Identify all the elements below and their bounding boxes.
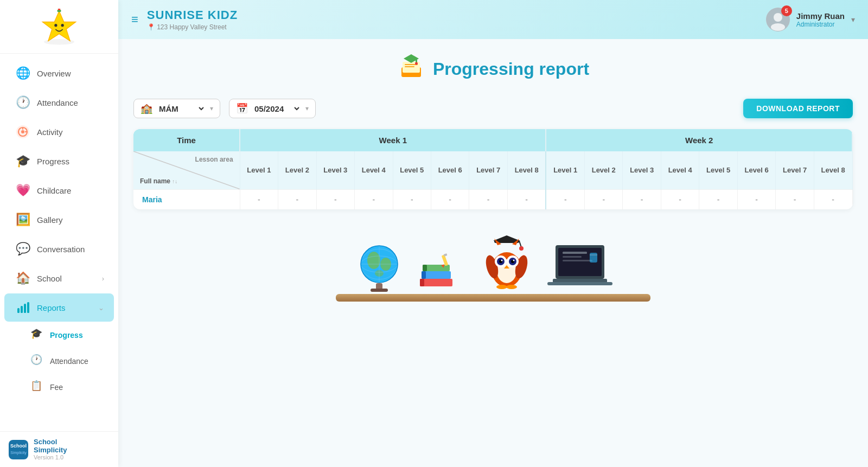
svg-rect-75 xyxy=(590,253,597,263)
sidebar-item-gallery[interactable]: 🖼️ Gallery xyxy=(4,206,114,234)
brand-name: SUNRISE KIDZ xyxy=(147,8,238,22)
sidebar-item-school[interactable]: 🏠 School › xyxy=(4,264,114,292)
svg-text:Simplicity: Simplicity xyxy=(10,451,27,455)
svg-point-52 xyxy=(519,246,524,251)
svg-point-27 xyxy=(415,62,418,65)
sidebar-item-label: School xyxy=(37,274,62,283)
sort-icon: ↑↓ xyxy=(172,178,177,184)
cell-w1-l2: - xyxy=(278,189,316,209)
sub-attendance-icon: 🕐 xyxy=(30,354,46,369)
notification-count: 5 xyxy=(781,5,792,16)
svg-point-63 xyxy=(501,259,503,261)
logo-star-icon xyxy=(40,9,78,47)
sidebar-footer: School Simplicity SchoolSimplicity Versi… xyxy=(0,431,118,467)
w1-level2: Level 2 xyxy=(278,151,316,189)
sidebar-item-label: Conversation xyxy=(37,245,85,254)
notification-badge[interactable]: 5 xyxy=(766,8,790,31)
svg-rect-11 xyxy=(17,308,20,313)
svg-text:School: School xyxy=(10,443,27,449)
w2-level5: Level 5 xyxy=(699,151,737,189)
brand-info: SUNRISE KIDZ 📍 123 Happy Valley Street xyxy=(147,8,238,31)
svg-rect-41 xyxy=(420,279,424,286)
menu-icon[interactable]: ≡ xyxy=(131,12,138,27)
sidebar-sub-label: Progress xyxy=(50,331,83,340)
cell-w1-l5: - xyxy=(393,189,431,209)
table-row: Maria - - - - - - - - - - - - - xyxy=(133,189,852,209)
sidebar-item-reports-fee[interactable]: 📋 Fee xyxy=(21,375,114,400)
cell-w2-l6: - xyxy=(737,189,775,209)
time-column-header: Time xyxy=(133,129,240,151)
svg-rect-78 xyxy=(547,282,612,285)
svg-rect-42 xyxy=(422,271,451,279)
class-dropdown-icon: ▾ xyxy=(210,105,213,112)
cell-w2-l8: - xyxy=(814,189,852,209)
sidebar-item-label: Activity xyxy=(37,127,63,137)
laptop-illustration xyxy=(547,240,612,294)
sub-fee-icon: 📋 xyxy=(30,380,46,395)
svg-marker-1 xyxy=(42,11,75,41)
cell-w2-l1: - xyxy=(546,189,584,209)
reports-icon xyxy=(14,299,31,316)
sidebar-item-childcare[interactable]: 💗 Childcare xyxy=(4,176,114,204)
shelf-decoration xyxy=(336,294,650,302)
sidebar-item-attendance[interactable]: 🕐 Attendance xyxy=(4,88,114,117)
svg-point-19 xyxy=(774,13,782,22)
svg-rect-14 xyxy=(27,302,29,313)
owl-illustration xyxy=(482,234,531,294)
cell-w1-l4: - xyxy=(355,189,393,209)
sidebar-item-label: Reports xyxy=(37,303,66,312)
sidebar-item-reports-attendance[interactable]: 🕐 Attendance xyxy=(21,349,114,374)
bottom-illustration xyxy=(133,209,853,302)
table-week-header-row: Time Week 1 Week 2 xyxy=(133,129,852,151)
svg-rect-74 xyxy=(563,260,592,261)
sidebar-item-activity[interactable]: Activity xyxy=(4,118,114,146)
w1-level6: Level 6 xyxy=(431,151,469,189)
svg-point-32 xyxy=(367,252,380,269)
svg-rect-46 xyxy=(442,254,448,266)
full-name-label: Full name ↑↓ xyxy=(140,177,177,185)
w1-level8: Level 8 xyxy=(507,151,546,189)
attendance-icon: 🕐 xyxy=(14,94,31,111)
sidebar-item-conversation[interactable]: 💬 Conversation xyxy=(4,235,114,263)
main-content: Progressing report 🏫 MÁM ▾ 📅 05/2024 ▾ xyxy=(118,39,868,467)
date-icon: 📅 xyxy=(236,103,248,114)
sidebar-sub-label: Fee xyxy=(50,383,63,392)
page-title-row: Progressing report xyxy=(133,52,853,86)
page-title: Progressing report xyxy=(433,59,589,79)
svg-rect-43 xyxy=(422,271,426,279)
report-table-wrapper: Time Week 1 Week 2 Lesson area xyxy=(133,129,853,209)
activity-icon xyxy=(14,123,31,140)
w2-level8: Level 8 xyxy=(814,151,852,189)
w2-level7: Level 7 xyxy=(776,151,814,189)
sidebar-item-label: Gallery xyxy=(37,215,63,225)
user-dropdown-icon[interactable]: ▾ xyxy=(851,15,855,24)
sidebar-item-progress[interactable]: 🎓 Progress xyxy=(4,147,114,175)
date-selector[interactable]: 📅 05/2024 ▾ xyxy=(229,99,316,118)
class-select[interactable]: MÁM xyxy=(157,104,206,114)
download-report-button[interactable]: DOWNLOAD REPORT xyxy=(743,99,853,118)
top-header: ≡ SUNRISE KIDZ 📍 123 Happy Valley Street… xyxy=(118,0,868,39)
progress-icon: 🎓 xyxy=(14,152,31,170)
class-icon: 🏫 xyxy=(141,103,152,114)
student-name-link[interactable]: Maria xyxy=(142,195,162,204)
svg-marker-50 xyxy=(493,235,520,242)
school-icon: 🏠 xyxy=(14,270,31,287)
sidebar-item-label: Overview xyxy=(37,69,71,78)
w1-level5: Level 5 xyxy=(393,151,431,189)
sidebar-item-reports-progress[interactable]: 🎓 Progress xyxy=(21,323,114,348)
date-select[interactable]: 05/2024 xyxy=(252,104,301,114)
student-name-cell[interactable]: Maria xyxy=(133,189,240,209)
w2-level4: Level 4 xyxy=(661,151,699,189)
svg-rect-72 xyxy=(563,252,587,254)
sidebar-item-reports[interactable]: Reports ⌄ xyxy=(4,293,114,322)
class-selector[interactable]: 🏫 MÁM ▾ xyxy=(133,99,220,118)
cell-w2-l3: - xyxy=(623,189,661,209)
illustration-container xyxy=(336,226,650,302)
cell-w1-l3: - xyxy=(316,189,354,209)
w1-level4: Level 4 xyxy=(355,151,393,189)
page-title-icon xyxy=(397,52,425,86)
cell-w2-l4: - xyxy=(661,189,699,209)
sidebar-navigation: 🌐 Overview 🕐 Attendance Activity 🎓 Progr… xyxy=(0,54,118,431)
sidebar-item-overview[interactable]: 🌐 Overview xyxy=(4,59,114,87)
footer-brand: SchoolSimplicity Version 1.0 xyxy=(34,438,67,460)
